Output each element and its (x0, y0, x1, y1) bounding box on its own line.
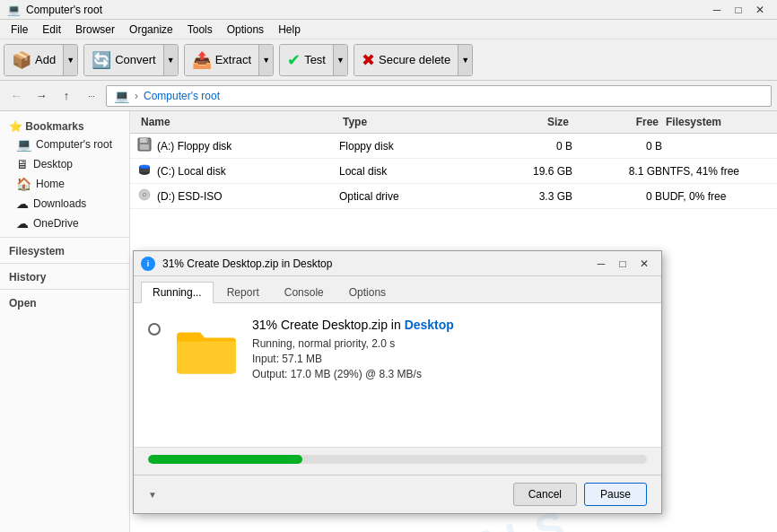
sidebar-history-header[interactable]: History (0, 267, 129, 285)
table-row[interactable]: (C:) Local disk Local disk 19.6 GB 8.1 G… (130, 159, 777, 184)
home-icon: 🏠 (16, 177, 31, 191)
dialog-main-title: 31% Create Desktop.zip in Desktop (252, 318, 647, 332)
title-bar-text: Computer's root (26, 4, 102, 16)
add-dropdown[interactable]: 📦 Add ▼ (4, 44, 78, 76)
pause-button[interactable]: Pause (584, 483, 647, 506)
up-button[interactable]: ↑ (56, 85, 77, 107)
svg-point-10 (144, 194, 145, 196)
tab-console[interactable]: Console (273, 282, 336, 302)
footer-dropdown[interactable]: ▼ (148, 490, 157, 500)
radio-area (148, 321, 161, 336)
col-free: Free (572, 114, 662, 130)
menu-file[interactable]: File (4, 22, 35, 38)
sidebar-divider-3 (0, 289, 129, 290)
forward-button[interactable]: → (31, 85, 52, 107)
toolbar: 📦 Add ▼ 🔄 Convert ▼ 📤 Extract ▼ ✔ Test ▼… (0, 39, 777, 81)
maximize-button[interactable]: □ (729, 0, 748, 20)
sidebar-item-computers-root[interactable]: 💻 Computer's root (0, 135, 129, 154)
main-content: ⭐ Bookmarks 💻 Computer's root 🖥 Desktop … (0, 111, 777, 532)
extract-button[interactable]: 📤 Extract (185, 45, 258, 75)
computer-icon: 💻 (114, 89, 129, 103)
convert-dropdown-arrow[interactable]: ▼ (163, 45, 178, 75)
address-crumb: Computer's root (144, 90, 220, 102)
test-button[interactable]: ✔ Test (280, 45, 333, 75)
address-path[interactable]: 💻 › Computer's root (106, 85, 772, 107)
svg-rect-1 (140, 138, 147, 143)
dialog-tabs: Running... Report Console Options (134, 276, 661, 303)
menu-options[interactable]: Options (220, 22, 271, 38)
secure-delete-button[interactable]: ✖ Secure delete (354, 45, 458, 75)
footer-dropdown-arrow: ▼ (148, 490, 157, 500)
menu-browser[interactable]: Browser (68, 22, 122, 38)
svg-rect-3 (140, 144, 149, 150)
title-bar: 💻 Computer's root ─ □ ✕ (0, 0, 777, 20)
test-label: Test (304, 53, 326, 66)
svg-rect-2 (146, 138, 148, 142)
col-name: Name (137, 114, 339, 130)
tab-report[interactable]: Report (215, 282, 271, 302)
add-button[interactable]: 📦 Add (4, 45, 63, 75)
sidebar-item-onedrive[interactable]: ☁ OneDrive (0, 214, 129, 233)
cancel-button[interactable]: Cancel (513, 483, 577, 506)
dialog-maximize-button[interactable]: □ (613, 254, 633, 274)
table-row[interactable]: (D:) ESD-ISO Optical drive 3.3 GB 0 B UD… (130, 184, 777, 209)
menu-edit[interactable]: Edit (35, 22, 68, 38)
dialog-body: 31% Create Desktop.zip in Desktop Runnin… (134, 303, 661, 447)
dialog-close-button[interactable]: ✕ (634, 254, 654, 274)
computer-icon: 💻 (16, 137, 31, 152)
sidebar-divider-2 (0, 263, 129, 264)
sidebar: ⭐ Bookmarks 💻 Computer's root 🖥 Desktop … (0, 111, 130, 532)
test-dropdown-arrow[interactable]: ▼ (333, 45, 347, 75)
more-button[interactable]: ··· (81, 85, 102, 107)
add-dropdown-arrow[interactable]: ▼ (63, 45, 77, 75)
dialog-title: 31% Create Desktop.zip in Desktop (162, 257, 591, 270)
optical-drive-icon (137, 188, 152, 205)
tab-running[interactable]: Running... (141, 282, 214, 303)
secure-delete-icon: ✖ (362, 50, 375, 70)
file-name-cell: (A:) Floppy disk (137, 137, 339, 154)
back-button[interactable]: ← (5, 85, 27, 107)
sidebar-open-header[interactable]: Open (0, 293, 129, 311)
secure-delete-dropdown-arrow[interactable]: ▼ (458, 45, 472, 75)
secure-delete-dropdown[interactable]: ✖ Secure delete ▼ (354, 44, 473, 76)
convert-button[interactable]: 🔄 Convert (84, 45, 163, 75)
menu-organize[interactable]: Organize (122, 22, 180, 38)
dialog-detail-output: Output: 17.0 MB (29%) @ 8.3 MB/s (252, 368, 647, 380)
desktop-icon: 🖥 (16, 157, 29, 171)
extract-dropdown-arrow[interactable]: ▼ (258, 45, 273, 75)
dialog-app-icon: i (141, 257, 155, 271)
menu-tools[interactable]: Tools (180, 22, 220, 38)
table-row[interactable]: (A:) Floppy disk Floppy disk 0 B 0 B (130, 134, 777, 159)
onedrive-icon: ☁ (16, 216, 29, 231)
extract-dropdown[interactable]: 📤 Extract ▼ (184, 44, 274, 76)
sidebar-filesystem-header[interactable]: Filesystem (0, 241, 129, 259)
tab-options[interactable]: Options (337, 282, 397, 302)
file-name-cell: (C:) Local disk (137, 162, 339, 179)
address-bar: ← → ↑ ··· 💻 › Computer's root (0, 81, 777, 111)
convert-icon: 🔄 (92, 50, 111, 70)
dialog-title-bar: i 31% Create Desktop.zip in Desktop ─ □ … (134, 251, 661, 276)
dialog-minimize-button[interactable]: ─ (591, 254, 611, 274)
radio-button[interactable] (148, 323, 161, 336)
convert-dropdown[interactable]: 🔄 Convert ▼ (83, 44, 179, 76)
minimize-button[interactable]: ─ (707, 0, 727, 20)
dialog-controls: ─ □ ✕ (591, 254, 654, 274)
close-button[interactable]: ✕ (750, 0, 770, 20)
col-type: Type (339, 114, 483, 130)
extract-label: Extract (215, 53, 251, 66)
file-list-header: Name Type Size Free Filesystem (130, 111, 777, 134)
sidebar-item-desktop[interactable]: 🖥 Desktop (0, 154, 129, 174)
menu-help[interactable]: Help (271, 22, 308, 38)
secure-delete-label: Secure delete (379, 53, 450, 66)
sidebar-item-home[interactable]: 🏠 Home (0, 174, 129, 194)
title-bar-icon: 💻 (7, 4, 21, 16)
test-dropdown[interactable]: ✔ Test ▼ (279, 44, 348, 76)
sidebar-item-downloads[interactable]: ☁ Downloads (0, 194, 129, 214)
sidebar-bookmarks-header[interactable]: ⭐ Bookmarks (0, 117, 129, 135)
convert-label: Convert (115, 53, 156, 66)
extract-icon: 📤 (192, 50, 212, 70)
floppy-icon (137, 137, 152, 154)
downloads-icon: ☁ (16, 196, 29, 211)
menu-bar: File Edit Browser Organize Tools Options… (0, 20, 777, 39)
dialog-progress (134, 447, 661, 475)
